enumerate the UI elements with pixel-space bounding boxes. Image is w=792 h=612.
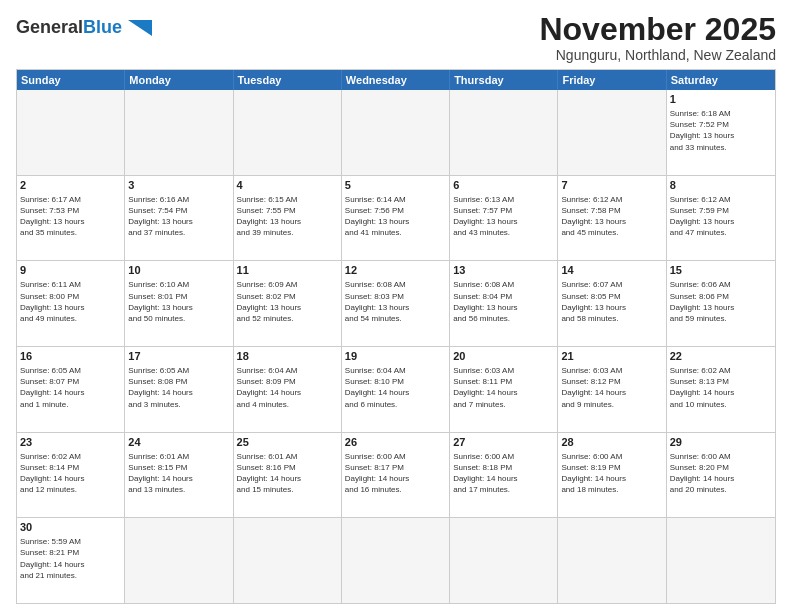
calendar-cell: 27Sunrise: 6:00 AM Sunset: 8:18 PM Dayli…: [450, 433, 558, 518]
day-info: Sunrise: 6:02 AM Sunset: 8:13 PM Dayligh…: [670, 365, 772, 410]
day-number: 12: [345, 263, 446, 278]
day-info: Sunrise: 6:10 AM Sunset: 8:01 PM Dayligh…: [128, 279, 229, 324]
calendar-cell: 17Sunrise: 6:05 AM Sunset: 8:08 PM Dayli…: [125, 347, 233, 432]
day-info: Sunrise: 6:04 AM Sunset: 8:09 PM Dayligh…: [237, 365, 338, 410]
calendar-cell: 16Sunrise: 6:05 AM Sunset: 8:07 PM Dayli…: [17, 347, 125, 432]
calendar-cell: [234, 518, 342, 603]
day-info: Sunrise: 6:05 AM Sunset: 8:08 PM Dayligh…: [128, 365, 229, 410]
day-info: Sunrise: 6:12 AM Sunset: 7:59 PM Dayligh…: [670, 194, 772, 239]
day-number: 6: [453, 178, 554, 193]
day-info: Sunrise: 6:11 AM Sunset: 8:00 PM Dayligh…: [20, 279, 121, 324]
header-day-thursday: Thursday: [450, 70, 558, 90]
day-number: 10: [128, 263, 229, 278]
calendar-cell: 13Sunrise: 6:08 AM Sunset: 8:04 PM Dayli…: [450, 261, 558, 346]
day-number: 9: [20, 263, 121, 278]
calendar-cell: [450, 518, 558, 603]
header: GeneralBlue November 2025 Ngunguru, Nort…: [16, 12, 776, 63]
header-day-sunday: Sunday: [17, 70, 125, 90]
day-info: Sunrise: 6:01 AM Sunset: 8:15 PM Dayligh…: [128, 451, 229, 496]
day-info: Sunrise: 6:03 AM Sunset: 8:12 PM Dayligh…: [561, 365, 662, 410]
calendar-cell: 20Sunrise: 6:03 AM Sunset: 8:11 PM Dayli…: [450, 347, 558, 432]
day-info: Sunrise: 6:08 AM Sunset: 8:03 PM Dayligh…: [345, 279, 446, 324]
calendar-cell: 1Sunrise: 6:18 AM Sunset: 7:52 PM Daylig…: [667, 90, 775, 175]
day-info: Sunrise: 6:12 AM Sunset: 7:58 PM Dayligh…: [561, 194, 662, 239]
day-info: Sunrise: 5:59 AM Sunset: 8:21 PM Dayligh…: [20, 536, 121, 581]
day-number: 27: [453, 435, 554, 450]
calendar-cell: 26Sunrise: 6:00 AM Sunset: 8:17 PM Dayli…: [342, 433, 450, 518]
calendar-cell: 8Sunrise: 6:12 AM Sunset: 7:59 PM Daylig…: [667, 176, 775, 261]
calendar-cell: [234, 90, 342, 175]
calendar-row-0: 1Sunrise: 6:18 AM Sunset: 7:52 PM Daylig…: [17, 90, 775, 175]
calendar-cell: 24Sunrise: 6:01 AM Sunset: 8:15 PM Dayli…: [125, 433, 233, 518]
day-number: 8: [670, 178, 772, 193]
calendar-cell: 22Sunrise: 6:02 AM Sunset: 8:13 PM Dayli…: [667, 347, 775, 432]
day-info: Sunrise: 6:09 AM Sunset: 8:02 PM Dayligh…: [237, 279, 338, 324]
day-info: Sunrise: 6:00 AM Sunset: 8:17 PM Dayligh…: [345, 451, 446, 496]
calendar-cell: 23Sunrise: 6:02 AM Sunset: 8:14 PM Dayli…: [17, 433, 125, 518]
calendar-cell: [17, 90, 125, 175]
calendar-cell: 14Sunrise: 6:07 AM Sunset: 8:05 PM Dayli…: [558, 261, 666, 346]
day-number: 17: [128, 349, 229, 364]
calendar-cell: 5Sunrise: 6:14 AM Sunset: 7:56 PM Daylig…: [342, 176, 450, 261]
calendar-row-3: 16Sunrise: 6:05 AM Sunset: 8:07 PM Dayli…: [17, 346, 775, 432]
day-info: Sunrise: 6:02 AM Sunset: 8:14 PM Dayligh…: [20, 451, 121, 496]
location: Ngunguru, Northland, New Zealand: [539, 47, 776, 63]
calendar-cell: [667, 518, 775, 603]
day-info: Sunrise: 6:15 AM Sunset: 7:55 PM Dayligh…: [237, 194, 338, 239]
day-info: Sunrise: 6:01 AM Sunset: 8:16 PM Dayligh…: [237, 451, 338, 496]
day-number: 2: [20, 178, 121, 193]
day-number: 15: [670, 263, 772, 278]
day-number: 25: [237, 435, 338, 450]
logo-icon: [124, 16, 152, 38]
day-info: Sunrise: 6:16 AM Sunset: 7:54 PM Dayligh…: [128, 194, 229, 239]
calendar-body: 1Sunrise: 6:18 AM Sunset: 7:52 PM Daylig…: [17, 90, 775, 603]
month-title: November 2025: [539, 12, 776, 47]
calendar-cell: [558, 90, 666, 175]
calendar-cell: [558, 518, 666, 603]
calendar-cell: 18Sunrise: 6:04 AM Sunset: 8:09 PM Dayli…: [234, 347, 342, 432]
calendar-cell: 30Sunrise: 5:59 AM Sunset: 8:21 PM Dayli…: [17, 518, 125, 603]
day-info: Sunrise: 6:04 AM Sunset: 8:10 PM Dayligh…: [345, 365, 446, 410]
page: GeneralBlue November 2025 Ngunguru, Nort…: [0, 0, 792, 612]
calendar-cell: 11Sunrise: 6:09 AM Sunset: 8:02 PM Dayli…: [234, 261, 342, 346]
day-info: Sunrise: 6:03 AM Sunset: 8:11 PM Dayligh…: [453, 365, 554, 410]
day-number: 11: [237, 263, 338, 278]
calendar-row-5: 30Sunrise: 5:59 AM Sunset: 8:21 PM Dayli…: [17, 517, 775, 603]
day-info: Sunrise: 6:08 AM Sunset: 8:04 PM Dayligh…: [453, 279, 554, 324]
calendar-cell: 7Sunrise: 6:12 AM Sunset: 7:58 PM Daylig…: [558, 176, 666, 261]
calendar-row-4: 23Sunrise: 6:02 AM Sunset: 8:14 PM Dayli…: [17, 432, 775, 518]
logo: GeneralBlue: [16, 12, 152, 38]
calendar-cell: 21Sunrise: 6:03 AM Sunset: 8:12 PM Dayli…: [558, 347, 666, 432]
calendar-cell: 6Sunrise: 6:13 AM Sunset: 7:57 PM Daylig…: [450, 176, 558, 261]
day-info: Sunrise: 6:05 AM Sunset: 8:07 PM Dayligh…: [20, 365, 121, 410]
calendar-cell: [125, 90, 233, 175]
day-number: 23: [20, 435, 121, 450]
day-number: 18: [237, 349, 338, 364]
day-number: 22: [670, 349, 772, 364]
calendar-cell: [125, 518, 233, 603]
day-number: 28: [561, 435, 662, 450]
calendar-cell: 25Sunrise: 6:01 AM Sunset: 8:16 PM Dayli…: [234, 433, 342, 518]
day-number: 14: [561, 263, 662, 278]
day-info: Sunrise: 6:17 AM Sunset: 7:53 PM Dayligh…: [20, 194, 121, 239]
calendar-cell: 9Sunrise: 6:11 AM Sunset: 8:00 PM Daylig…: [17, 261, 125, 346]
calendar-cell: [342, 518, 450, 603]
day-info: Sunrise: 6:00 AM Sunset: 8:20 PM Dayligh…: [670, 451, 772, 496]
day-number: 19: [345, 349, 446, 364]
logo-blue: Blue: [83, 17, 122, 37]
calendar-cell: [450, 90, 558, 175]
day-number: 16: [20, 349, 121, 364]
calendar-cell: 3Sunrise: 6:16 AM Sunset: 7:54 PM Daylig…: [125, 176, 233, 261]
day-info: Sunrise: 6:00 AM Sunset: 8:18 PM Dayligh…: [453, 451, 554, 496]
day-number: 30: [20, 520, 121, 535]
day-info: Sunrise: 6:06 AM Sunset: 8:06 PM Dayligh…: [670, 279, 772, 324]
calendar-cell: [342, 90, 450, 175]
logo-text: GeneralBlue: [16, 18, 122, 36]
calendar-cell: 19Sunrise: 6:04 AM Sunset: 8:10 PM Dayli…: [342, 347, 450, 432]
day-number: 29: [670, 435, 772, 450]
day-info: Sunrise: 6:18 AM Sunset: 7:52 PM Dayligh…: [670, 108, 772, 153]
title-block: November 2025 Ngunguru, Northland, New Z…: [539, 12, 776, 63]
day-number: 3: [128, 178, 229, 193]
calendar-cell: 28Sunrise: 6:00 AM Sunset: 8:19 PM Dayli…: [558, 433, 666, 518]
day-number: 1: [670, 92, 772, 107]
